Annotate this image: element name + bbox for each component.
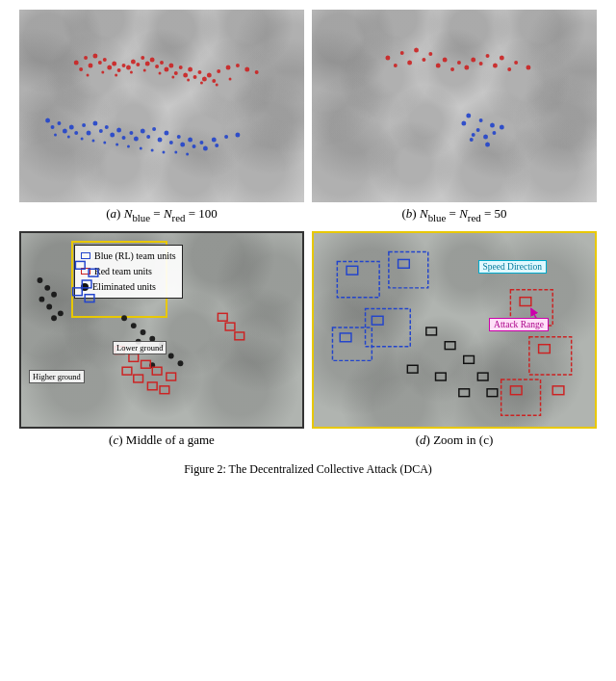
game-image-d: Speed Direction Attack Range xyxy=(312,231,597,429)
legend-item-eliminated: Eliminated units xyxy=(81,279,176,295)
legend-eliminated-label: Eliminated units xyxy=(92,279,156,295)
legend-box: Blue (RL) team units Red team units Elim… xyxy=(74,245,183,299)
caption-d: (d) Zoom in (c) xyxy=(312,429,597,451)
figure-grid: (a) Nblue = Nred = N_blue = N_red = 1001… xyxy=(19,10,597,484)
terrain-image-a xyxy=(19,10,304,202)
panel-b: (b) Nblue = Nred = 50 xyxy=(312,10,597,227)
panel-c: Blue (RL) team units Red team units Elim… xyxy=(19,231,304,451)
terrain-image-b xyxy=(312,10,597,202)
legend-red-label: Red team units xyxy=(94,264,152,279)
lower-ground-label: Lower ground xyxy=(113,341,167,354)
legend-red-icon xyxy=(81,268,90,275)
caption-c: (c) Middle of a game xyxy=(19,429,304,451)
caption-a: (a) Nblue = Nred = N_blue = N_red = 1001… xyxy=(19,202,304,227)
legend-blue-label: Blue (RL) team units xyxy=(94,249,176,264)
game-image-c: Blue (RL) team units Red team units Elim… xyxy=(19,231,304,429)
terrain-bg-a xyxy=(19,10,304,202)
caption-b: (b) Nblue = Nred = 50 xyxy=(312,202,597,227)
legend-blue-icon xyxy=(81,252,90,259)
figure-caption: Figure 2: The Decentralized Collective A… xyxy=(19,455,597,480)
speed-direction-label: Speed Direction xyxy=(478,260,547,274)
panel-a: (a) Nblue = Nred = N_blue = N_red = 1001… xyxy=(19,10,304,227)
attack-range-label: Attack Range xyxy=(489,318,549,331)
zoom-terrain-d xyxy=(314,233,595,427)
panel-d: Speed Direction Attack Range xyxy=(312,231,597,451)
legend-item-blue: Blue (RL) team units xyxy=(81,249,176,264)
page-container: (a) Nblue = Nred = N_blue = N_red = 1001… xyxy=(0,0,616,493)
legend-item-red: Red team units xyxy=(81,264,176,279)
legend-eliminated-icon xyxy=(81,283,89,291)
terrain-bg-b xyxy=(312,10,597,202)
higher-ground-label: Higher ground xyxy=(29,370,85,383)
